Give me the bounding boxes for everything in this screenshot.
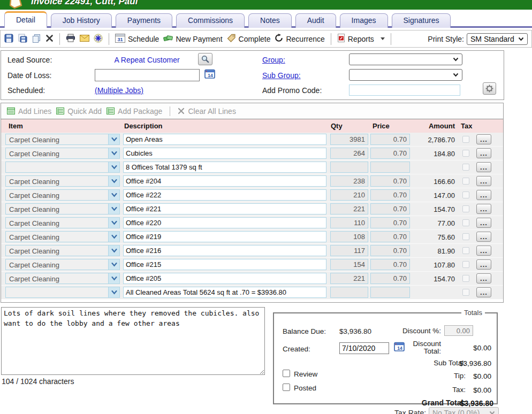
item-combo-select[interactable]: Carpet Cleaning — [5, 175, 120, 187]
price-input[interactable] — [370, 189, 410, 201]
combo-dropdown-button[interactable] — [108, 176, 119, 186]
group-link[interactable]: Group: — [262, 56, 285, 64]
price-input[interactable] — [370, 259, 410, 270]
price-input[interactable] — [370, 203, 410, 214]
tab-images[interactable]: Images — [340, 13, 388, 28]
line-options-button[interactable]: ... — [476, 287, 491, 297]
combo-dropdown-button[interactable] — [108, 259, 119, 270]
promo-apply-button[interactable] — [483, 82, 496, 95]
lead-source-search-button[interactable] — [198, 53, 212, 65]
combo-dropdown-button[interactable] — [108, 218, 119, 228]
promo-code-input[interactable] — [349, 85, 460, 96]
print-button[interactable] — [66, 34, 75, 44]
combo-dropdown-button[interactable] — [108, 232, 119, 242]
copy-button[interactable] — [32, 34, 41, 44]
item-combo-select[interactable] — [5, 287, 120, 298]
tab-notes[interactable]: Notes — [248, 13, 292, 28]
recurrence-button[interactable]: Recurrence — [275, 34, 324, 44]
description-input[interactable] — [123, 273, 326, 284]
combo-dropdown-button[interactable] — [108, 190, 119, 200]
new-payment-button[interactable]: New Payment — [163, 34, 222, 44]
complete-button[interactable]: Complete — [227, 34, 271, 44]
item-combo-select[interactable] — [5, 162, 120, 173]
combo-dropdown-button[interactable] — [108, 273, 119, 283]
combo-dropdown-button[interactable] — [108, 134, 119, 144]
line-options-button[interactable]: ... — [476, 162, 491, 172]
qty-input[interactable] — [330, 273, 368, 284]
group-select[interactable] — [349, 53, 462, 65]
line-options-button[interactable]: ... — [476, 134, 491, 144]
description-input[interactable] — [123, 287, 326, 298]
qty-input[interactable] — [330, 287, 368, 298]
qty-input[interactable] — [330, 162, 368, 173]
save-new-button[interactable] — [18, 34, 27, 44]
tab-signatures[interactable]: Signatures — [392, 13, 451, 28]
line-options-button[interactable]: ... — [476, 176, 491, 186]
description-input[interactable] — [123, 259, 326, 270]
description-input[interactable] — [123, 217, 326, 228]
sub-group-link[interactable]: Sub Group: — [262, 71, 301, 80]
description-input[interactable] — [123, 162, 326, 173]
description-input[interactable] — [123, 148, 326, 159]
item-combo-select[interactable]: Carpet Cleaning — [5, 189, 120, 201]
save-button[interactable] — [4, 34, 13, 44]
item-combo-select[interactable]: Carpet Cleaning — [5, 231, 120, 242]
price-input[interactable] — [370, 245, 410, 256]
qty-input[interactable] — [330, 189, 368, 201]
price-input[interactable] — [370, 273, 410, 284]
date-of-loss-input[interactable] — [95, 69, 200, 81]
combo-dropdown-button[interactable] — [108, 204, 119, 214]
lead-source-link[interactable]: A Repeat Customer — [95, 56, 199, 64]
line-options-button[interactable]: ... — [476, 148, 491, 158]
line-options-button[interactable]: ... — [476, 232, 491, 242]
posted-checkbox[interactable] — [283, 384, 290, 391]
web-publish-button[interactable] — [94, 34, 103, 44]
delete-button[interactable] — [45, 34, 54, 44]
description-input[interactable] — [123, 203, 326, 214]
tab-detail[interactable]: Detail — [4, 11, 47, 28]
price-input[interactable] — [370, 134, 410, 145]
combo-dropdown-button[interactable] — [108, 162, 119, 172]
price-input[interactable] — [370, 175, 410, 187]
tab-commissions[interactable]: Commissions — [176, 13, 245, 28]
email-button[interactable] — [80, 35, 89, 43]
add-lines-button[interactable]: Add Lines — [7, 107, 51, 116]
sub-group-select[interactable] — [349, 69, 462, 81]
line-options-button[interactable]: ... — [476, 204, 491, 214]
price-input[interactable] — [370, 148, 410, 159]
tab-job-history[interactable]: Job History — [51, 13, 112, 28]
item-combo-select[interactable]: Carpet Cleaning — [5, 273, 120, 284]
created-date-input[interactable] — [339, 342, 389, 354]
qty-input[interactable] — [330, 134, 368, 145]
combo-dropdown-button[interactable] — [108, 246, 119, 256]
qty-input[interactable] — [330, 259, 368, 270]
qty-input[interactable] — [330, 175, 368, 187]
add-package-button[interactable]: Add Package — [107, 107, 162, 116]
description-input[interactable] — [123, 134, 326, 145]
item-combo-select[interactable]: Carpet Cleaning — [5, 148, 120, 159]
description-input[interactable] — [123, 189, 326, 201]
description-input[interactable] — [123, 245, 326, 256]
item-combo-select[interactable]: Carpet Cleaning — [5, 203, 120, 214]
work-notes-textarea[interactable] — [1, 307, 265, 375]
item-combo-select[interactable]: Carpet Cleaning — [5, 134, 120, 145]
line-options-button[interactable]: ... — [476, 218, 491, 228]
description-input[interactable] — [123, 231, 326, 242]
item-combo-select[interactable]: Carpet Cleaning — [5, 259, 120, 270]
combo-dropdown-button[interactable] — [108, 287, 119, 297]
clear-all-lines-button[interactable]: Clear All Lines — [178, 107, 236, 116]
tab-audit[interactable]: Audit — [295, 13, 336, 28]
qty-input[interactable] — [330, 148, 368, 159]
date-of-loss-calendar-icon[interactable]: 14 — [204, 68, 216, 81]
price-input[interactable] — [370, 217, 410, 228]
price-input[interactable] — [370, 287, 410, 298]
price-input[interactable] — [370, 162, 410, 173]
review-checkbox[interactable] — [283, 370, 290, 377]
qty-input[interactable] — [330, 203, 368, 214]
multiple-jobs-link[interactable]: (Multiple Jobs) — [95, 86, 143, 95]
qty-input[interactable] — [330, 231, 368, 242]
qty-input[interactable] — [330, 217, 368, 228]
qty-input[interactable] — [330, 245, 368, 256]
tab-payments[interactable]: Payments — [116, 13, 172, 28]
reports-button[interactable]: Reports — [337, 34, 374, 44]
